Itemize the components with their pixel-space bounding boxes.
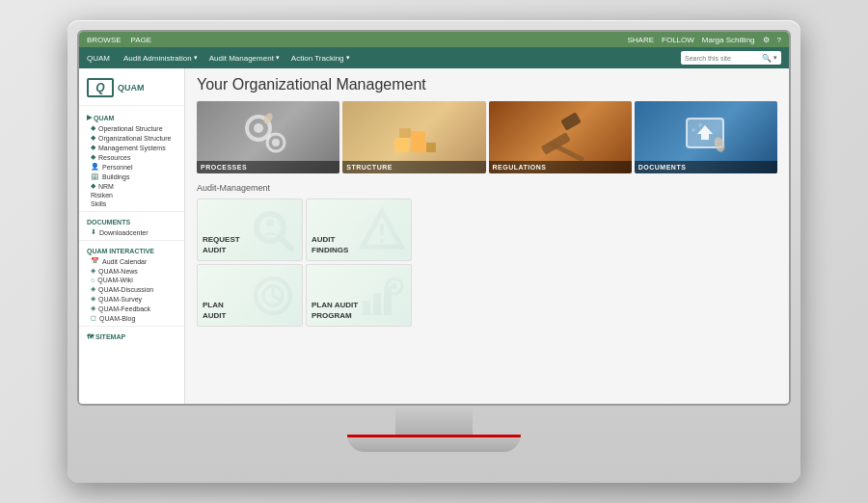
svg-rect-8 [399, 128, 411, 138]
search-input[interactable] [685, 55, 762, 62]
monitor-stand [77, 406, 791, 452]
header-nav: QUAM Audit Administration Audit Manageme… [79, 47, 789, 68]
tile-structure[interactable]: STRUCTURE [342, 101, 485, 173]
blocks-icon [390, 114, 438, 162]
tile-processes[interactable]: PROCESSES [197, 101, 339, 173]
search-icon[interactable]: 🔍 [762, 54, 777, 63]
nav-audit-admin[interactable]: Audit Administration [123, 54, 198, 63]
wiki-label: QUAM-Wiki [97, 277, 133, 283]
operational-label: Operational Structure [98, 125, 163, 132]
sidebar-item-management[interactable]: ◆ Management Systems [79, 143, 184, 152]
sidebar-item-operational[interactable]: ◆ Operational Structure [79, 123, 184, 133]
svg-line-26 [273, 296, 281, 301]
sidebar-item-discussion[interactable]: ◈ QUAM-Discussion [79, 284, 184, 294]
sidebar-item-news[interactable]: ◈ QUAM-News [79, 266, 184, 276]
sidebar-item-resources[interactable]: ◆ Resources [79, 152, 184, 162]
screen-content: BROWSE PAGE SHARE FOLLOW Marga Schilling… [79, 32, 789, 404]
sidebar-item-nrm[interactable]: ◆ NRM [79, 181, 184, 191]
sidebar-item-buildings[interactable]: 🏢 Buildings [79, 172, 184, 181]
sidebar-section-documents: DOCUMENTS [79, 215, 184, 227]
sidebar-item-personnel[interactable]: 👤 Personnel [79, 162, 184, 172]
resources-icon: ◆ [91, 153, 95, 161]
operational-icon: ◆ [91, 124, 95, 132]
sidebar-item-calendar[interactable]: 📅 Audit Calendar [79, 256, 184, 266]
resources-label: Resources [98, 154, 130, 161]
nav-action-tracking[interactable]: Action Tracking [291, 54, 350, 63]
sidebar-item-survey[interactable]: ◈ QUAM-Survey [79, 294, 184, 304]
monitor-base [347, 435, 521, 452]
svg-rect-27 [363, 301, 370, 315]
divider-2 [79, 240, 184, 241]
download-icon: ⬇ [91, 228, 96, 236]
survey-icon: ◈ [91, 295, 95, 303]
divider-3 [79, 326, 184, 327]
share-button[interactable]: SHARE [628, 36, 655, 44]
screen-bezel: BROWSE PAGE SHARE FOLLOW Marga Schilling… [77, 30, 791, 406]
top-bar-left: BROWSE PAGE [87, 36, 151, 44]
help-icon[interactable]: ? [777, 36, 781, 44]
nav-audit-management[interactable]: Audit Management [209, 54, 280, 63]
monitor-neck [395, 406, 473, 435]
nrm-icon: ◆ [91, 182, 95, 190]
page-tab[interactable]: PAGE [131, 36, 152, 44]
svg-point-16 [698, 123, 702, 127]
nav-quam[interactable]: QUAM [87, 54, 112, 63]
quam-section-label: QUAM [94, 115, 114, 121]
buildings-icon: 🏢 [91, 172, 99, 180]
logo-q-letter: Q [95, 81, 104, 94]
download-label: Downloadcenter [99, 229, 149, 236]
audit-grid: REQUESTAUDIT AUDITFINDING [197, 199, 777, 327]
user-name[interactable]: Marga Schilling [702, 36, 755, 44]
personnel-icon: 👤 [91, 163, 99, 171]
audit-findings-label: AUDITFINDINGS [312, 235, 348, 255]
tile-plan-audit[interactable]: PLANAUDIT [197, 264, 303, 327]
calendar-label: Audit Calendar [102, 258, 147, 265]
personnel-label: Personnel [102, 164, 133, 171]
tile-documents[interactable]: DOCUMENTS [635, 101, 777, 173]
image-tiles-container: PROCESSES [197, 101, 777, 173]
tile-audit-findings[interactable]: AUDITFINDINGS [306, 199, 412, 261]
discussion-label: QUAM-Discussion [98, 286, 153, 293]
buildings-label: Buildings [102, 173, 129, 180]
settings-icon[interactable]: ⚙ [763, 36, 770, 44]
feedback-icon: ◈ [91, 304, 95, 312]
chart-gear-icon [358, 272, 406, 320]
warning-icon [358, 206, 406, 254]
sidebar-logo: Q QUAM [79, 74, 184, 106]
svg-rect-5 [394, 138, 409, 152]
document-download-icon [679, 111, 732, 164]
sidebar-item-organizational[interactable]: ◆ Organizational Structure [79, 133, 184, 143]
sidebar-item-skills[interactable]: Skills [79, 199, 184, 208]
nrm-label: NRM [98, 183, 114, 190]
sidebar-item-risiken[interactable]: Risiken [79, 191, 184, 199]
news-icon: ◈ [91, 267, 95, 275]
blog-label: QUAM-Blog [99, 315, 135, 322]
wiki-icon: ○ [91, 277, 95, 283]
follow-button[interactable]: FOLLOW [662, 36, 694, 44]
gavel-icon [533, 111, 586, 164]
svg-rect-10 [560, 112, 582, 130]
tile-request-audit[interactable]: REQUESTAUDIT [197, 199, 303, 261]
news-label: QUAM-News [98, 268, 138, 275]
search-box[interactable]: 🔍 [681, 51, 781, 65]
tile-plan-audit-program[interactable]: PLAN AUDITPROGRAM [306, 264, 412, 327]
sidebar-section-sitemap: 🗺 SITEMAP [79, 330, 184, 342]
page-title: Your Organizational Management [197, 76, 777, 93]
sidebar-item-feedback[interactable]: ◈ QUAM-Feedback [79, 304, 184, 313]
svg-line-18 [280, 237, 291, 249]
browse-tab[interactable]: BROWSE [87, 36, 122, 44]
sidebar-item-blog[interactable]: ◻ QUAM-Blog [79, 313, 184, 323]
blog-icon: ◻ [91, 314, 96, 322]
magnify-icon [249, 206, 297, 254]
sidebar-item-download[interactable]: ⬇ Downloadcenter [79, 227, 184, 237]
content-area: Q QUAM ▶ QUAM ◆ Operational Structure ◆ [79, 68, 789, 404]
audit-section-title: Audit-Management [197, 183, 777, 193]
svg-point-19 [266, 219, 274, 226]
svg-rect-7 [426, 143, 436, 152]
tile-regulations[interactable]: REGULATIONS [489, 101, 632, 173]
organizational-icon: ◆ [91, 134, 95, 142]
svg-rect-28 [373, 293, 381, 315]
sidebar-item-wiki[interactable]: ○ QUAM-Wiki [79, 276, 184, 284]
top-bar-right: SHARE FOLLOW Marga Schilling ⚙ ? [628, 36, 782, 44]
management-label: Management Systems [98, 145, 166, 151]
